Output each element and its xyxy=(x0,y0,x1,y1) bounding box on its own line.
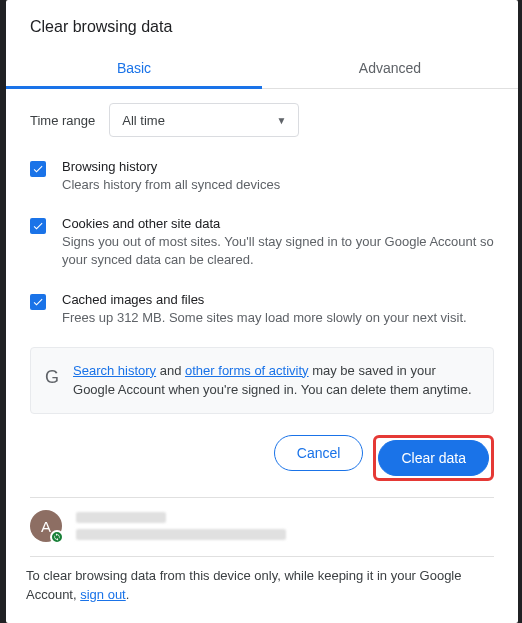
option-body: Cached images and files Frees up 312 MB.… xyxy=(62,292,494,327)
option-cookies: Cookies and other site data Signs you ou… xyxy=(30,216,494,269)
option-desc: Signs you out of most sites. You'll stay… xyxy=(62,233,494,269)
info-text: Search history and other forms of activi… xyxy=(73,362,479,400)
sync-badge-icon xyxy=(50,530,64,544)
option-desc: Clears history from all synced devices xyxy=(62,176,494,194)
account-row: A xyxy=(6,498,518,556)
tab-basic[interactable]: Basic xyxy=(6,50,262,88)
clear-data-button[interactable]: Clear data xyxy=(378,440,489,476)
account-email-redacted xyxy=(76,529,286,540)
option-title: Browsing history xyxy=(62,159,494,174)
footer-text: To clear browsing data from this device … xyxy=(6,557,518,623)
check-icon xyxy=(32,220,44,232)
avatar: A xyxy=(30,510,62,542)
option-title: Cached images and files xyxy=(62,292,494,307)
option-cache: Cached images and files Frees up 312 MB.… xyxy=(30,292,494,327)
avatar-initial: A xyxy=(41,518,51,535)
option-browsing-history: Browsing history Clears history from all… xyxy=(30,159,494,194)
checkbox-cache[interactable] xyxy=(30,294,46,310)
google-icon: G xyxy=(45,364,59,400)
time-range-label: Time range xyxy=(30,113,95,128)
check-icon xyxy=(32,296,44,308)
checkbox-cookies[interactable] xyxy=(30,218,46,234)
tabs: Basic Advanced xyxy=(6,50,518,89)
option-desc: Frees up 312 MB. Some sites may load mor… xyxy=(62,309,494,327)
option-body: Cookies and other site data Signs you ou… xyxy=(62,216,494,269)
tab-advanced[interactable]: Advanced xyxy=(262,50,518,88)
account-name-redacted xyxy=(76,512,166,523)
checkbox-browsing-history[interactable] xyxy=(30,161,46,177)
dialog-content: Time range All time ▼ Browsing history C… xyxy=(6,89,518,415)
cancel-button[interactable]: Cancel xyxy=(274,435,364,471)
option-title: Cookies and other site data xyxy=(62,216,494,231)
link-search-history[interactable]: Search history xyxy=(73,363,156,378)
options-list: Browsing history Clears history from all… xyxy=(30,159,494,327)
time-range-row: Time range All time ▼ xyxy=(30,103,494,137)
dialog-actions: Cancel Clear data xyxy=(6,415,518,497)
link-other-activity[interactable]: other forms of activity xyxy=(185,363,309,378)
check-icon xyxy=(32,163,44,175)
clear-browsing-data-dialog: Clear browsing data Basic Advanced Time … xyxy=(6,0,518,623)
account-text xyxy=(76,512,286,540)
chevron-down-icon: ▼ xyxy=(276,115,286,126)
time-range-value: All time xyxy=(122,113,165,128)
dialog-title: Clear browsing data xyxy=(6,0,518,50)
highlight-annotation: Clear data xyxy=(373,435,494,481)
link-sign-out[interactable]: sign out xyxy=(80,587,126,602)
info-box: G Search history and other forms of acti… xyxy=(30,347,494,415)
option-body: Browsing history Clears history from all… xyxy=(62,159,494,194)
time-range-select[interactable]: All time ▼ xyxy=(109,103,299,137)
